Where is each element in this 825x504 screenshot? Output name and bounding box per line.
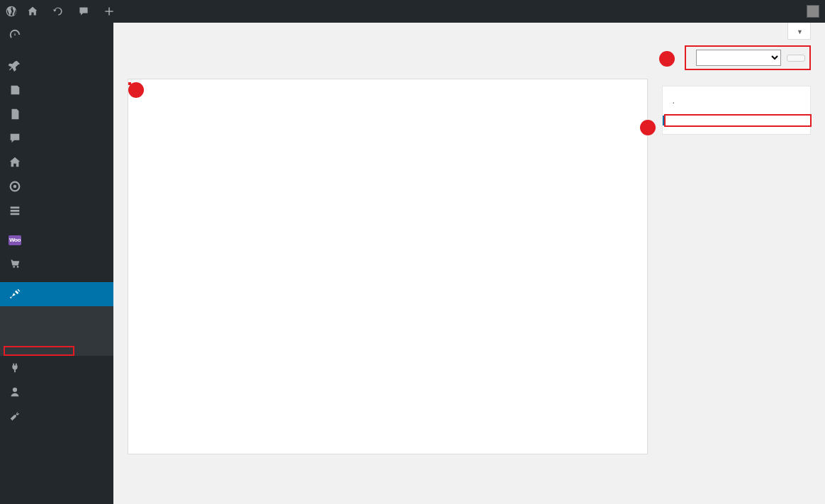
help-tab[interactable]: ▼ [787, 23, 811, 40]
home-icon [27, 6, 38, 17]
select-button[interactable] [787, 55, 805, 62]
comments-link[interactable] [78, 6, 94, 17]
menu-woocommerce[interactable]: Woo [0, 230, 113, 251]
code-lines[interactable] [140, 79, 149, 82]
theme-files-panel: . [662, 86, 811, 135]
menu-products[interactable] [0, 251, 113, 275]
avatar [807, 5, 819, 18]
submenu-menus[interactable] [0, 336, 113, 346]
comments-icon [9, 132, 21, 145]
new-link[interactable] [103, 6, 119, 17]
submenu-customize[interactable] [0, 316, 113, 326]
code-editor[interactable] [128, 79, 648, 454]
menu-comments[interactable] [0, 126, 113, 150]
site-link[interactable] [27, 6, 43, 17]
content-area: ▼ [113, 23, 825, 504]
menu-enfold-child[interactable] [0, 150, 113, 174]
products-icon [9, 257, 21, 269]
update-icon [52, 6, 64, 17]
theme-select[interactable] [696, 50, 781, 66]
wp-logo[interactable] [6, 6, 17, 17]
menu-users[interactable] [0, 380, 113, 404]
inherits-text: . [673, 95, 800, 106]
annotation-3 [640, 120, 656, 135]
menu-media[interactable] [0, 78, 113, 102]
submenu-widgets[interactable] [0, 326, 113, 336]
annotation-4 [128, 82, 144, 98]
pages-icon [9, 108, 21, 121]
menu-appearance[interactable] [0, 282, 113, 306]
admin-sidemenu: Woo [0, 23, 113, 504]
plugins-icon [9, 362, 21, 374]
menu-portfolio[interactable] [0, 198, 113, 223]
menu-posts[interactable] [0, 54, 113, 78]
users-icon [9, 386, 21, 398]
news-icon [9, 180, 21, 193]
plus-icon [103, 6, 115, 17]
menu-pages[interactable] [0, 102, 113, 126]
portfolio-icon [9, 204, 21, 217]
submenu-editor[interactable] [0, 346, 113, 356]
media-icon [9, 84, 21, 96]
menu-tools[interactable] [0, 404, 113, 428]
menu-plugins[interactable] [0, 356, 113, 380]
woo-icon: Woo [9, 235, 21, 245]
home-icon [9, 156, 21, 169]
appearance-icon [9, 288, 21, 301]
appearance-submenu [0, 306, 113, 356]
pin-icon [9, 60, 21, 72]
menu-news-tickers[interactable] [0, 174, 113, 198]
page-title [128, 30, 811, 45]
updates-link[interactable] [52, 6, 68, 17]
annotation-2 [659, 51, 675, 67]
svg-point-1 [13, 185, 17, 189]
howdy-link[interactable] [802, 5, 819, 18]
dashboard-icon [9, 28, 21, 41]
admin-bar [0, 0, 825, 23]
comment-icon [78, 6, 89, 17]
tools-icon [9, 410, 21, 422]
submenu-themes[interactable] [0, 306, 113, 316]
menu-dashboard[interactable] [0, 23, 113, 47]
